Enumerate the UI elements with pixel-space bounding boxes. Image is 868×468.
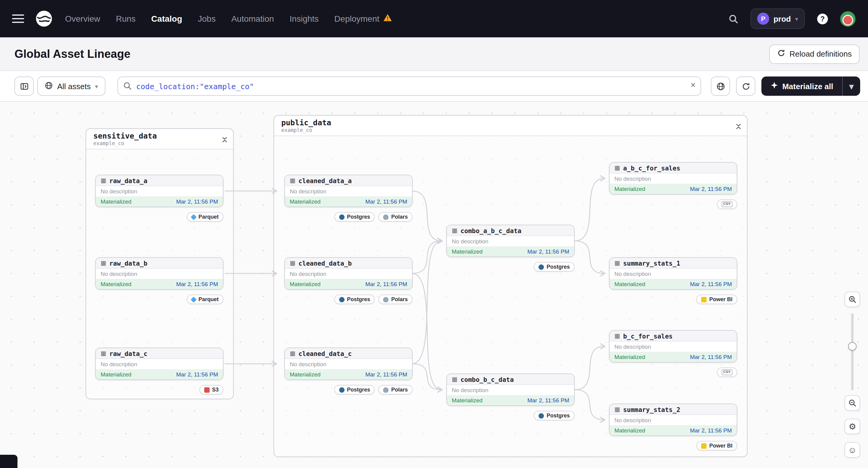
status-badge: Materialized [614, 427, 645, 434]
tag-postgres[interactable]: Postgres [534, 411, 575, 420]
polars-icon [383, 214, 389, 220]
materialization-timestamp: Mar 2, 11:56 PM [690, 186, 732, 192]
asset-node-a-b-c-for-sales[interactable]: ▦a_b_c_for_sales No description Material… [609, 162, 737, 194]
nav-menu: Overview Runs Catalog Jobs Automation In… [65, 13, 392, 24]
tag-label: Postgres [347, 387, 370, 393]
asset-description: No description [610, 269, 737, 279]
nav-item-jobs[interactable]: Jobs [198, 14, 216, 24]
expand-panel-button[interactable] [14, 76, 34, 96]
tag-parquet[interactable]: Parquet [187, 212, 223, 222]
materialization-timestamp: Mar 2, 11:56 PM [176, 281, 218, 287]
materialization-timestamp: Mar 2, 11:56 PM [365, 371, 407, 378]
search-icon[interactable] [724, 10, 742, 28]
table-icon: ▦ [101, 177, 106, 183]
zoom-out-button[interactable] [844, 395, 860, 411]
powerbi-icon [702, 443, 707, 448]
table-icon: ▦ [101, 350, 106, 356]
asset-description: No description [285, 359, 412, 369]
tag-label: Postgres [347, 214, 370, 220]
tag-s3[interactable]: S3 [199, 385, 223, 395]
user-avatar[interactable] [840, 10, 856, 27]
tag-parquet[interactable]: Parquet [187, 294, 223, 304]
asset-name: combo_b_c_data [461, 376, 514, 383]
tag-postgres[interactable]: Postgres [334, 294, 375, 304]
tag-postgres[interactable]: Postgres [334, 385, 375, 395]
lineage-canvas[interactable]: sensitive_data example_co public_data ex… [0, 102, 868, 468]
hamburger-menu-icon[interactable] [12, 14, 24, 23]
materialize-all-main[interactable]: Materialize all [762, 81, 842, 91]
asset-tags: Postgres Polars [334, 212, 413, 222]
table-icon: ▦ [290, 350, 296, 356]
tag-powerbi[interactable]: Power BI [696, 294, 737, 304]
asset-node-b-c-for-sales[interactable]: ▦b_c_for_sales No description Materializ… [609, 330, 737, 363]
asset-name: cleaned_data_a [299, 177, 352, 184]
table-icon: ▦ [614, 333, 620, 339]
polars-icon [383, 297, 389, 302]
asset-node-raw-data-b[interactable]: ▦raw_data_b No description MaterializedM… [95, 257, 223, 290]
tag-polars[interactable]: Polars [379, 212, 413, 222]
graph-view-button[interactable] [711, 76, 730, 96]
asset-node-raw-data-a[interactable]: ▦raw_data_a No description MaterializedM… [95, 175, 223, 207]
dagster-logo-icon[interactable] [34, 8, 54, 29]
nav-item-automation[interactable]: Automation [231, 14, 274, 24]
reload-definitions-button[interactable]: Reload definitions [769, 44, 860, 64]
tag-polars[interactable]: Polars [379, 385, 413, 395]
deployment-name: prod [773, 14, 791, 23]
help-icon[interactable]: ? [813, 10, 831, 28]
parquet-icon [191, 297, 197, 302]
asset-name: raw_data_b [109, 259, 147, 267]
nav-item-catalog[interactable]: Catalog [151, 14, 182, 24]
tag-polars[interactable]: Polars [379, 294, 413, 304]
asset-description: No description [96, 269, 223, 279]
tag-csv[interactable]: CSV [717, 367, 737, 377]
asset-node-cleaned-data-a[interactable]: ▦cleaned_data_a No description Materiali… [284, 175, 413, 207]
asset-node-cleaned-data-b[interactable]: ▦cleaned_data_b No description Materiali… [284, 257, 413, 290]
asset-scope-dropdown[interactable]: All assets ▾ [37, 76, 105, 96]
asset-node-summary-stats-1[interactable]: ▦summary_stats_1 No description Material… [609, 257, 737, 290]
asset-name: summary_stats_1 [623, 259, 680, 267]
search-icon [123, 81, 132, 93]
tag-powerbi[interactable]: Power BI [696, 441, 737, 450]
nav-item-runs[interactable]: Runs [116, 14, 135, 24]
status-badge: Materialized [614, 281, 645, 287]
search-input[interactable] [118, 76, 701, 96]
powerbi-icon [702, 297, 707, 302]
asset-node-raw-data-c[interactable]: ▦raw_data_c No description MaterializedM… [95, 347, 223, 380]
deployment-switcher[interactable]: P prod ▾ [750, 8, 805, 29]
refresh-button[interactable] [736, 76, 755, 96]
tag-postgres[interactable]: Postgres [334, 212, 375, 222]
tag-label: Power BI [709, 297, 733, 302]
lineage-toolbar: All assets ▾ × Materialize all ▾ [0, 71, 868, 102]
table-icon: ▦ [101, 260, 106, 266]
materialization-timestamp: Mar 2, 11:56 PM [690, 281, 732, 287]
clear-search-icon[interactable]: × [690, 80, 696, 90]
asset-tags: Postgres [534, 411, 575, 420]
asset-node-summary-stats-2[interactable]: ▦summary_stats_2 No description Material… [609, 404, 737, 436]
feedback-button[interactable]: ☺ [844, 442, 860, 458]
materialize-all-button[interactable]: Materialize all ▾ [762, 76, 860, 96]
tag-label: S3 [212, 387, 219, 393]
nav-item-insights[interactable]: Insights [290, 14, 319, 24]
nav-item-deployment[interactable]: Deployment [334, 13, 392, 24]
asset-description: No description [447, 385, 574, 395]
app-root: Overview Runs Catalog Jobs Automation In… [0, 0, 868, 468]
asset-node-combo-a-b-c-data[interactable]: ▦combo_a_b_c_data No description Materia… [446, 225, 575, 257]
tag-csv[interactable]: CSV [717, 199, 737, 209]
polars-icon [383, 387, 389, 393]
s3-icon [204, 387, 210, 393]
status-badge: Materialized [101, 198, 131, 205]
materialize-options-caret[interactable]: ▾ [842, 76, 860, 96]
asset-node-cleaned-data-c[interactable]: ▦cleaned_data_c No description Materiali… [284, 347, 413, 380]
nav-item-overview[interactable]: Overview [65, 14, 100, 24]
asset-node-combo-b-c-data[interactable]: ▦combo_b_c_data No description Materiali… [446, 373, 575, 406]
deployment-avatar: P [757, 13, 769, 25]
top-nav: Overview Runs Catalog Jobs Automation In… [0, 0, 868, 37]
status-badge: Materialized [452, 248, 483, 255]
table-icon: ▦ [614, 406, 620, 412]
asset-tags: Postgres [534, 262, 575, 272]
asset-description: No description [610, 174, 737, 184]
zoom-in-button[interactable] [844, 291, 860, 307]
zoom-slider-knob[interactable] [848, 342, 857, 350]
tag-postgres[interactable]: Postgres [534, 262, 575, 272]
settings-gear-button[interactable]: ⚙ [844, 418, 860, 434]
